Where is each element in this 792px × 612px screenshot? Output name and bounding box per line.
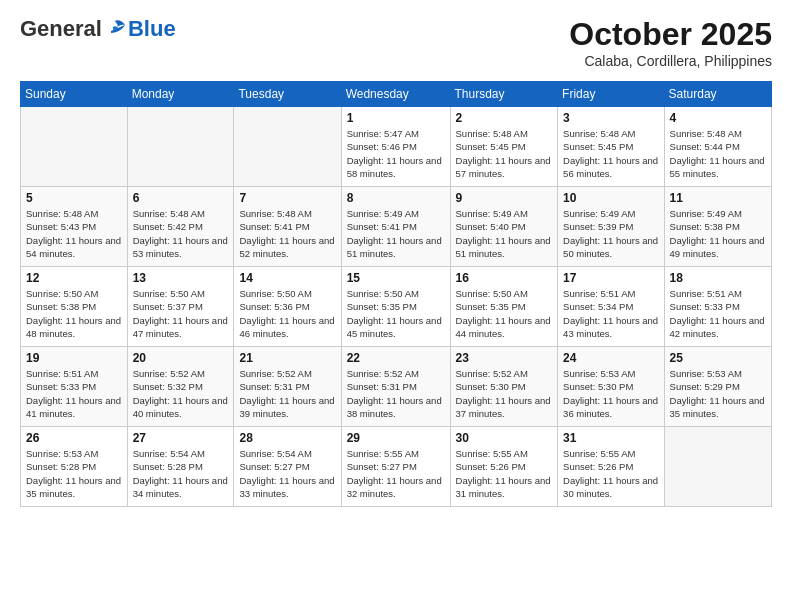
header-monday: Monday (127, 82, 234, 107)
table-row (21, 107, 128, 187)
table-row: 7Sunrise: 5:48 AM Sunset: 5:41 PM Daylig… (234, 187, 341, 267)
day-number: 31 (563, 431, 658, 445)
week-row-3: 12Sunrise: 5:50 AM Sunset: 5:38 PM Dayli… (21, 267, 772, 347)
day-info: Sunrise: 5:48 AM Sunset: 5:45 PM Dayligh… (563, 127, 658, 180)
day-number: 11 (670, 191, 766, 205)
day-info: Sunrise: 5:52 AM Sunset: 5:30 PM Dayligh… (456, 367, 553, 420)
header-friday: Friday (558, 82, 664, 107)
day-number: 30 (456, 431, 553, 445)
day-number: 14 (239, 271, 335, 285)
header-sunday: Sunday (21, 82, 128, 107)
day-info: Sunrise: 5:49 AM Sunset: 5:40 PM Dayligh… (456, 207, 553, 260)
table-row: 19Sunrise: 5:51 AM Sunset: 5:33 PM Dayli… (21, 347, 128, 427)
day-number: 13 (133, 271, 229, 285)
table-row: 28Sunrise: 5:54 AM Sunset: 5:27 PM Dayli… (234, 427, 341, 507)
day-info: Sunrise: 5:49 AM Sunset: 5:41 PM Dayligh… (347, 207, 445, 260)
header-saturday: Saturday (664, 82, 771, 107)
logo-blue: Blue (128, 16, 176, 42)
calendar-header-row: Sunday Monday Tuesday Wednesday Thursday… (21, 82, 772, 107)
table-row: 4Sunrise: 5:48 AM Sunset: 5:44 PM Daylig… (664, 107, 771, 187)
week-row-5: 26Sunrise: 5:53 AM Sunset: 5:28 PM Dayli… (21, 427, 772, 507)
day-info: Sunrise: 5:49 AM Sunset: 5:38 PM Dayligh… (670, 207, 766, 260)
table-row (664, 427, 771, 507)
day-info: Sunrise: 5:52 AM Sunset: 5:31 PM Dayligh… (347, 367, 445, 420)
day-number: 3 (563, 111, 658, 125)
day-number: 15 (347, 271, 445, 285)
day-number: 28 (239, 431, 335, 445)
table-row: 27Sunrise: 5:54 AM Sunset: 5:28 PM Dayli… (127, 427, 234, 507)
table-row: 24Sunrise: 5:53 AM Sunset: 5:30 PM Dayli… (558, 347, 664, 427)
day-number: 21 (239, 351, 335, 365)
day-info: Sunrise: 5:54 AM Sunset: 5:28 PM Dayligh… (133, 447, 229, 500)
day-number: 24 (563, 351, 658, 365)
day-info: Sunrise: 5:53 AM Sunset: 5:28 PM Dayligh… (26, 447, 122, 500)
day-info: Sunrise: 5:51 AM Sunset: 5:34 PM Dayligh… (563, 287, 658, 340)
page-header: General Blue October 2025 Calaba, Cordil… (20, 16, 772, 69)
day-info: Sunrise: 5:55 AM Sunset: 5:27 PM Dayligh… (347, 447, 445, 500)
day-info: Sunrise: 5:50 AM Sunset: 5:35 PM Dayligh… (347, 287, 445, 340)
week-row-1: 1Sunrise: 5:47 AM Sunset: 5:46 PM Daylig… (21, 107, 772, 187)
table-row: 23Sunrise: 5:52 AM Sunset: 5:30 PM Dayli… (450, 347, 558, 427)
title-block: October 2025 Calaba, Cordillera, Philipp… (569, 16, 772, 69)
table-row: 12Sunrise: 5:50 AM Sunset: 5:38 PM Dayli… (21, 267, 128, 347)
day-info: Sunrise: 5:49 AM Sunset: 5:39 PM Dayligh… (563, 207, 658, 260)
day-info: Sunrise: 5:48 AM Sunset: 5:42 PM Dayligh… (133, 207, 229, 260)
header-thursday: Thursday (450, 82, 558, 107)
table-row: 22Sunrise: 5:52 AM Sunset: 5:31 PM Dayli… (341, 347, 450, 427)
day-info: Sunrise: 5:48 AM Sunset: 5:44 PM Dayligh… (670, 127, 766, 180)
day-number: 5 (26, 191, 122, 205)
day-number: 22 (347, 351, 445, 365)
day-number: 2 (456, 111, 553, 125)
day-info: Sunrise: 5:55 AM Sunset: 5:26 PM Dayligh… (563, 447, 658, 500)
day-info: Sunrise: 5:50 AM Sunset: 5:38 PM Dayligh… (26, 287, 122, 340)
day-info: Sunrise: 5:52 AM Sunset: 5:32 PM Dayligh… (133, 367, 229, 420)
table-row: 11Sunrise: 5:49 AM Sunset: 5:38 PM Dayli… (664, 187, 771, 267)
table-row: 21Sunrise: 5:52 AM Sunset: 5:31 PM Dayli… (234, 347, 341, 427)
day-info: Sunrise: 5:50 AM Sunset: 5:35 PM Dayligh… (456, 287, 553, 340)
table-row (234, 107, 341, 187)
week-row-4: 19Sunrise: 5:51 AM Sunset: 5:33 PM Dayli… (21, 347, 772, 427)
logo-bird-icon (103, 19, 127, 39)
table-row: 9Sunrise: 5:49 AM Sunset: 5:40 PM Daylig… (450, 187, 558, 267)
day-info: Sunrise: 5:48 AM Sunset: 5:45 PM Dayligh… (456, 127, 553, 180)
table-row: 20Sunrise: 5:52 AM Sunset: 5:32 PM Dayli… (127, 347, 234, 427)
table-row: 18Sunrise: 5:51 AM Sunset: 5:33 PM Dayli… (664, 267, 771, 347)
table-row: 16Sunrise: 5:50 AM Sunset: 5:35 PM Dayli… (450, 267, 558, 347)
day-number: 26 (26, 431, 122, 445)
logo: General Blue (20, 16, 176, 42)
day-number: 20 (133, 351, 229, 365)
day-info: Sunrise: 5:55 AM Sunset: 5:26 PM Dayligh… (456, 447, 553, 500)
location: Calaba, Cordillera, Philippines (569, 53, 772, 69)
day-number: 10 (563, 191, 658, 205)
day-info: Sunrise: 5:47 AM Sunset: 5:46 PM Dayligh… (347, 127, 445, 180)
logo-general: General (20, 16, 102, 42)
table-row: 6Sunrise: 5:48 AM Sunset: 5:42 PM Daylig… (127, 187, 234, 267)
day-number: 7 (239, 191, 335, 205)
day-info: Sunrise: 5:51 AM Sunset: 5:33 PM Dayligh… (26, 367, 122, 420)
day-info: Sunrise: 5:52 AM Sunset: 5:31 PM Dayligh… (239, 367, 335, 420)
table-row: 13Sunrise: 5:50 AM Sunset: 5:37 PM Dayli… (127, 267, 234, 347)
table-row: 1Sunrise: 5:47 AM Sunset: 5:46 PM Daylig… (341, 107, 450, 187)
day-number: 16 (456, 271, 553, 285)
week-row-2: 5Sunrise: 5:48 AM Sunset: 5:43 PM Daylig… (21, 187, 772, 267)
table-row: 15Sunrise: 5:50 AM Sunset: 5:35 PM Dayli… (341, 267, 450, 347)
table-row (127, 107, 234, 187)
day-number: 9 (456, 191, 553, 205)
table-row: 29Sunrise: 5:55 AM Sunset: 5:27 PM Dayli… (341, 427, 450, 507)
day-info: Sunrise: 5:50 AM Sunset: 5:36 PM Dayligh… (239, 287, 335, 340)
table-row: 30Sunrise: 5:55 AM Sunset: 5:26 PM Dayli… (450, 427, 558, 507)
day-number: 19 (26, 351, 122, 365)
day-info: Sunrise: 5:54 AM Sunset: 5:27 PM Dayligh… (239, 447, 335, 500)
day-number: 1 (347, 111, 445, 125)
day-number: 17 (563, 271, 658, 285)
table-row: 5Sunrise: 5:48 AM Sunset: 5:43 PM Daylig… (21, 187, 128, 267)
table-row: 25Sunrise: 5:53 AM Sunset: 5:29 PM Dayli… (664, 347, 771, 427)
day-info: Sunrise: 5:53 AM Sunset: 5:30 PM Dayligh… (563, 367, 658, 420)
day-number: 4 (670, 111, 766, 125)
day-number: 8 (347, 191, 445, 205)
day-number: 29 (347, 431, 445, 445)
table-row: 8Sunrise: 5:49 AM Sunset: 5:41 PM Daylig… (341, 187, 450, 267)
day-number: 12 (26, 271, 122, 285)
day-number: 18 (670, 271, 766, 285)
day-info: Sunrise: 5:48 AM Sunset: 5:43 PM Dayligh… (26, 207, 122, 260)
